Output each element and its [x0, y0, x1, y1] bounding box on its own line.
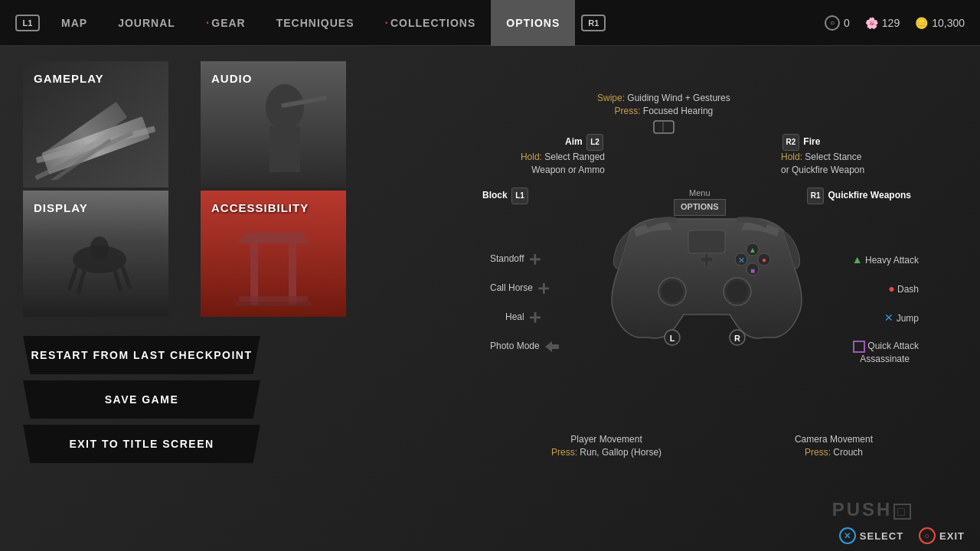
svg-rect-21 — [654, 121, 674, 133]
display-label: DISPLAY — [34, 201, 88, 214]
svg-text:■: ■ — [750, 266, 755, 275]
nav-left: L1 MAP JOURNAL ·GEAR TECHNIQUES ·COLLECT… — [15, 0, 606, 46]
aim-label: Aim L2 Hold: Select Ranged Weapon or Amm… — [467, 134, 605, 177]
cross-icon: ✕ — [884, 311, 893, 324]
exit-button-icon: ○ — [919, 527, 936, 544]
accessibility-label: ACCESSIBILITY — [211, 201, 309, 214]
nav-item-techniques[interactable]: TECHNIQUES — [261, 0, 370, 46]
controller-image: ▲ ● ✕ ■ SHARE OPTIONS L — [584, 192, 829, 360]
heal-label: Heal — [505, 311, 541, 324]
block-label: Block L1 — [482, 187, 530, 204]
gameplay-card[interactable]: GAMEPLAY — [23, 61, 168, 187]
svg-text:L: L — [669, 334, 675, 343]
svg-text:▲: ▲ — [749, 246, 756, 254]
exit-button[interactable]: EXIT TO TITLE SCREEN — [23, 425, 260, 463]
circle-icon: ● — [888, 282, 894, 295]
dpad-icon-horse — [538, 283, 549, 294]
dash-label: ● Dash — [888, 282, 919, 297]
player-movement-label: Player Movement Press: Run, Gallop (Hors… — [551, 433, 662, 459]
save-game-button[interactable]: SAVE GAME — [23, 380, 260, 419]
dpad-icon-photo — [545, 341, 559, 352]
l1-button[interactable]: L1 — [15, 15, 40, 31]
nav-right: ○ 0 🌸 129 🪙 10,300 — [825, 15, 965, 31]
gameplay-image-svg — [27, 88, 165, 180]
svg-rect-5 — [270, 126, 300, 172]
select-label: SELECT — [860, 530, 903, 542]
svg-rect-18 — [289, 243, 296, 305]
audio-card[interactable]: AUDIO — [201, 61, 346, 187]
svg-rect-19 — [235, 302, 312, 306]
nav-item-map[interactable]: MAP — [46, 0, 103, 46]
call-horse-label: Call Horse — [490, 282, 549, 295]
right-panel: Swipe: Guiding Wind + Gestures Press: Fo… — [398, 46, 980, 551]
display-card[interactable]: DISPLAY — [23, 191, 168, 317]
red-dot-collections: · — [385, 16, 389, 30]
svg-point-26 — [727, 281, 748, 302]
currency3-icon: 🪙 — [915, 17, 928, 29]
exit-action: ○ EXIT — [919, 527, 965, 544]
svg-point-24 — [662, 281, 683, 302]
square-icon — [853, 341, 865, 353]
camera-movement-label: Camera Movement Press: Crouch — [795, 433, 873, 459]
select-action: ✕ SELECT — [839, 527, 903, 544]
touchpad-label: Swipe: Guiding Wind + Gestures Press: Fo… — [597, 92, 730, 138]
exit-label: EXIT — [939, 530, 965, 542]
push-logo: PUSH□ — [832, 499, 911, 520]
red-dot-gear: · — [206, 16, 210, 30]
standoff-label: Standoff — [490, 253, 541, 266]
nav-item-gear[interactable]: ·GEAR — [191, 0, 261, 46]
nav-item-collections[interactable]: ·COLLECTIONS — [370, 0, 492, 46]
currency2-icon: 🌸 — [865, 17, 878, 29]
svg-point-9 — [90, 236, 109, 259]
nav-item-journal[interactable]: JOURNAL — [103, 0, 191, 46]
svg-rect-40 — [688, 230, 725, 253]
currency2-value: 129 — [882, 17, 900, 29]
currency1-value: 0 — [844, 17, 850, 29]
svg-rect-16 — [239, 239, 308, 243]
nav-items: MAP JOURNAL ·GEAR TECHNIQUES ·COLLECTION… — [46, 0, 575, 46]
restart-button[interactable]: RESTART FROM LAST CHECKPOINT — [23, 336, 260, 374]
currency1-icon: ○ — [825, 15, 840, 31]
svg-rect-15 — [243, 233, 304, 239]
r2-badge: R2 — [782, 134, 799, 151]
svg-text:●: ● — [762, 256, 766, 264]
bottom-bar: ✕ SELECT ○ EXIT — [398, 520, 980, 551]
l2-badge: L2 — [586, 134, 603, 151]
svg-rect-0 — [36, 126, 156, 163]
dpad-icon-heal — [530, 312, 541, 323]
svg-rect-20 — [239, 296, 308, 302]
currency3-value: 10,300 — [932, 17, 965, 29]
jump-label: ✕ Jump — [884, 311, 919, 326]
left-panel: GAMEPLAY — [0, 46, 398, 551]
l1-ctrl-badge: L1 — [511, 187, 528, 204]
touchpad-icon — [652, 119, 675, 135]
svg-marker-45 — [545, 341, 559, 352]
svg-text:✕: ✕ — [737, 256, 744, 265]
currency-2: 🌸 129 — [865, 17, 900, 29]
select-button-icon: ✕ — [839, 527, 856, 544]
fire-label: R2 Fire Hold: Select Stance or Quickfire… — [781, 134, 919, 177]
accessibility-card[interactable]: ACCESSIBILITY — [201, 191, 346, 317]
heavy-attack-label: ▲ Heavy Attack — [852, 253, 919, 268]
audio-label: AUDIO — [211, 72, 252, 85]
currency-1: ○ 0 — [825, 15, 850, 31]
dpad-icon-standoff — [530, 254, 541, 265]
quick-attack-label: Quick Attack Assassinate — [853, 340, 919, 366]
controller-svg: ▲ ● ✕ ■ SHARE OPTIONS L — [584, 192, 814, 360]
svg-text:R: R — [734, 334, 740, 343]
main-content: GAMEPLAY — [0, 46, 980, 551]
top-navigation: L1 MAP JOURNAL ·GEAR TECHNIQUES ·COLLECT… — [0, 0, 980, 46]
nav-item-options[interactable]: OPTIONS — [491, 0, 575, 46]
triangle-icon: ▲ — [852, 253, 863, 266]
gameplay-label: GAMEPLAY — [34, 72, 104, 85]
dpad-left-icon — [545, 341, 559, 352]
currency-3: 🪙 10,300 — [915, 17, 965, 29]
photo-mode-label: Photo Mode — [490, 340, 559, 353]
controller-area: Swipe: Guiding Wind + Gestures Press: Fo… — [444, 77, 934, 520]
action-buttons: RESTART FROM LAST CHECKPOINT SAVE GAME E… — [23, 336, 375, 463]
svg-rect-17 — [250, 243, 258, 305]
r1-button[interactable]: R1 — [581, 15, 606, 31]
options-grid: GAMEPLAY — [23, 61, 375, 317]
